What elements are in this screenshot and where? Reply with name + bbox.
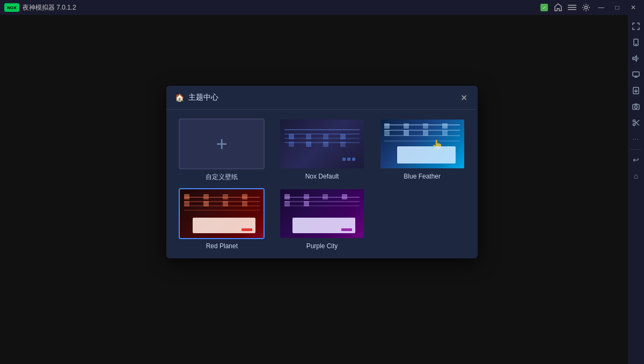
dialog-header: 🏠 主题中心 ✕ [166, 86, 478, 110]
dialog-title: 主题中心 [188, 93, 218, 102]
theme-label-purple-city: Purple City [306, 242, 338, 250]
phone-button[interactable] [629, 35, 643, 49]
settings-icon[interactable] [581, 2, 591, 13]
theme-preview-custom: + [179, 118, 265, 169]
svg-text:✓: ✓ [543, 5, 546, 10]
theme-card-nox-default[interactable]: Nox Default [275, 118, 369, 182]
theme-label-nox-default: Nox Default [305, 173, 339, 180]
nox-preview-dots [342, 158, 355, 161]
dialog-header-icon: 🏠 [175, 93, 184, 102]
theme-label-red-planet: Red Planet [206, 242, 238, 250]
rp-dialog-preview [193, 218, 255, 233]
nox-default-thumbnail [280, 120, 364, 168]
bf-dialog-preview [397, 146, 456, 164]
svg-point-16 [633, 124, 635, 126]
window-controls: ✓ — □ ✕ [539, 2, 640, 13]
right-sidebar: ··· ↩ ⌂ [628, 15, 644, 364]
theme-dialog: 🏠 主题中心 ✕ + 自定义壁纸 [166, 86, 478, 258]
theme-label-blue-feather: Blue Feather [404, 173, 441, 180]
theme-card-purple-city[interactable]: Purple City [275, 188, 369, 250]
dialog-close-button[interactable]: ✕ [458, 92, 469, 103]
fullscreen-button[interactable] [629, 19, 643, 33]
theme-grid: + 自定义壁纸 [166, 110, 478, 258]
theme-card-custom[interactable]: + 自定义壁纸 [175, 118, 269, 182]
svg-point-5 [585, 6, 588, 9]
scissors-button[interactable] [629, 116, 643, 130]
theme-preview-blue-feather: 👆 [379, 118, 465, 169]
nox-logo-text: NOX [7, 5, 16, 10]
notification-icon[interactable]: ✓ [539, 2, 550, 13]
svg-rect-4 [568, 9, 576, 10]
nox-logo-icon: NOX [4, 3, 19, 12]
svg-rect-3 [568, 7, 576, 8]
blue-feather-thumbnail: 👆 [380, 120, 464, 168]
svg-point-15 [635, 106, 638, 108]
purple-city-thumbnail [280, 189, 364, 238]
svg-rect-9 [633, 72, 639, 76]
app-logo: NOX 夜神模拟器 7.0.1.2 [4, 3, 76, 12]
add-icon: + [216, 133, 228, 155]
pc-dialog-preview [292, 218, 355, 233]
red-planet-thumbnail [180, 189, 264, 238]
home-nav-icon[interactable] [553, 2, 564, 13]
back-button[interactable]: ↩ [629, 153, 643, 167]
theme-preview-purple-city [279, 188, 365, 239]
theme-label-custom: 自定义壁纸 [206, 173, 238, 182]
theme-preview-nox-default [279, 118, 365, 169]
maximize-button[interactable]: □ [611, 3, 624, 12]
svg-point-17 [633, 120, 635, 122]
home-button[interactable]: ⌂ [629, 169, 643, 183]
menu-icon[interactable] [567, 2, 577, 13]
theme-card-red-planet[interactable]: Red Planet [175, 188, 269, 250]
import-button[interactable] [629, 84, 643, 98]
svg-point-7 [635, 44, 636, 44]
more-button[interactable]: ··· [629, 132, 643, 146]
close-button[interactable]: ✕ [627, 3, 640, 12]
titlebar: NOX 夜神模拟器 7.0.1.2 ✓ — □ ✕ [0, 0, 644, 15]
minimize-button[interactable]: — [595, 3, 608, 12]
sidebar-divider-1 [631, 149, 641, 150]
theme-card-blue-feather[interactable]: 👆 Blue Feather [375, 118, 469, 182]
app-title: 夜神模拟器 7.0.1.2 [23, 3, 76, 12]
svg-rect-2 [568, 5, 576, 6]
camera-button[interactable] [629, 100, 643, 114]
svg-marker-8 [633, 56, 636, 61]
screen-button[interactable] [629, 68, 643, 81]
volume-button[interactable] [629, 51, 643, 65]
theme-preview-red-planet [179, 188, 265, 239]
